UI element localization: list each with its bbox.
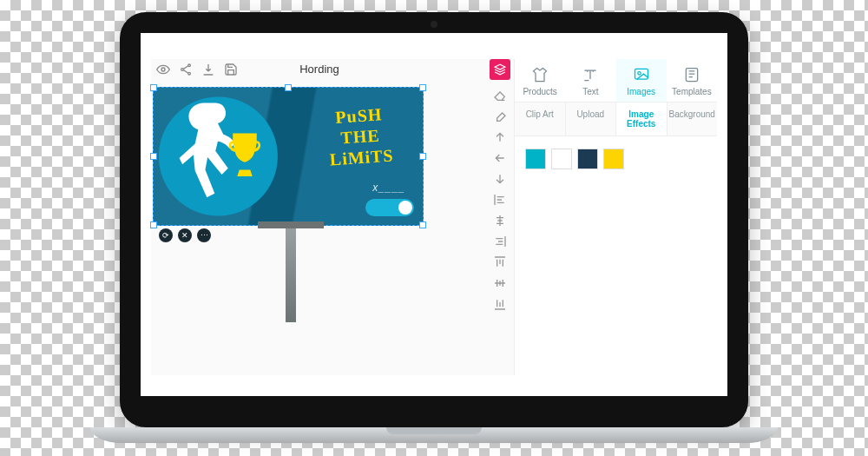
main-tabs: Products Text Images Templates bbox=[515, 59, 717, 102]
arrow-down-icon[interactable] bbox=[493, 172, 507, 186]
tab-label: Text bbox=[582, 87, 598, 96]
tab-templates[interactable]: Templates bbox=[667, 59, 717, 102]
pencil-icon[interactable] bbox=[493, 109, 507, 123]
align-right-icon[interactable] bbox=[493, 235, 507, 248]
align-center-v-icon[interactable] bbox=[493, 276, 507, 290]
tab-label: Images bbox=[627, 87, 655, 96]
tab-label: Products bbox=[523, 87, 556, 96]
resize-handle[interactable] bbox=[150, 221, 157, 228]
laptop-frame: Hording bbox=[120, 12, 748, 427]
canvas-title: Hording bbox=[151, 63, 488, 76]
slogan-text: PuSH THE LiMiTS bbox=[298, 101, 424, 172]
text-icon bbox=[582, 66, 599, 83]
slogan-line: THE bbox=[340, 125, 381, 147]
image-icon bbox=[633, 66, 650, 83]
cta-pill bbox=[365, 199, 414, 216]
align-left-icon[interactable] bbox=[493, 193, 507, 207]
laptop-base bbox=[90, 427, 778, 443]
subtab-effects[interactable]: Image Effects bbox=[616, 102, 667, 135]
camera-dot bbox=[431, 21, 437, 28]
arrow-left-icon[interactable] bbox=[493, 151, 507, 165]
eraser-icon[interactable] bbox=[493, 89, 507, 102]
canvas[interactable]: PuSH THE LiMiTS x____ ⟳ ✕ ⋯ bbox=[151, 87, 486, 375]
resize-handle[interactable] bbox=[150, 153, 157, 160]
subtab-upload[interactable]: Upload bbox=[566, 102, 617, 135]
color-swatches bbox=[515, 136, 717, 182]
align-center-h-icon[interactable] bbox=[493, 214, 507, 228]
tab-products[interactable]: Products bbox=[515, 59, 565, 102]
tab-images[interactable]: Images bbox=[616, 59, 667, 102]
arrow-up-icon[interactable] bbox=[493, 130, 507, 144]
color-swatch[interactable] bbox=[551, 149, 572, 169]
color-swatch[interactable] bbox=[577, 149, 598, 169]
laptop-notch bbox=[386, 427, 482, 434]
tab-text[interactable]: Text bbox=[565, 59, 615, 102]
trophy-icon bbox=[227, 131, 263, 183]
svg-rect-4 bbox=[635, 69, 648, 79]
more-icon[interactable]: ⋯ bbox=[197, 228, 211, 242]
billboard-post bbox=[286, 227, 296, 322]
slogan-line: PuSH bbox=[335, 104, 383, 127]
right-panel: Products Text Images Templates bbox=[514, 59, 717, 375]
resize-handle[interactable] bbox=[285, 84, 292, 91]
color-swatch[interactable] bbox=[525, 149, 546, 169]
signature-text: x____ bbox=[372, 182, 405, 194]
svg-rect-6 bbox=[686, 69, 697, 82]
resize-handle[interactable] bbox=[419, 221, 426, 228]
svg-point-5 bbox=[637, 72, 640, 75]
slogan-line: LiMiTS bbox=[329, 145, 394, 169]
layers-icon bbox=[494, 63, 506, 76]
align-top-icon[interactable] bbox=[493, 255, 507, 269]
rotate-icon[interactable]: ⟳ bbox=[159, 228, 173, 242]
color-swatch[interactable] bbox=[603, 149, 624, 169]
resize-handle[interactable] bbox=[150, 84, 157, 91]
delete-icon[interactable]: ✕ bbox=[178, 228, 192, 242]
design-app: Hording bbox=[151, 59, 717, 375]
layers-button[interactable] bbox=[490, 59, 510, 80]
editor-area: Hording bbox=[151, 59, 510, 375]
billboard-design[interactable]: PuSH THE LiMiTS x____ ⟳ ✕ ⋯ bbox=[153, 87, 424, 226]
shirt-icon bbox=[531, 66, 549, 83]
editor-side-toolbar bbox=[490, 85, 510, 314]
template-icon bbox=[683, 66, 700, 83]
tab-label: Templates bbox=[672, 87, 712, 96]
subtab-clipart[interactable]: Clip Art bbox=[515, 102, 566, 135]
object-toolbar: ⟳ ✕ ⋯ bbox=[159, 228, 211, 242]
align-bottom-icon[interactable] bbox=[493, 297, 507, 311]
subtab-background[interactable]: Background bbox=[667, 102, 718, 135]
screen: Hording bbox=[141, 33, 727, 396]
resize-handle[interactable] bbox=[419, 84, 426, 91]
image-subtabs: Clip Art Upload Image Effects Background bbox=[515, 102, 717, 136]
